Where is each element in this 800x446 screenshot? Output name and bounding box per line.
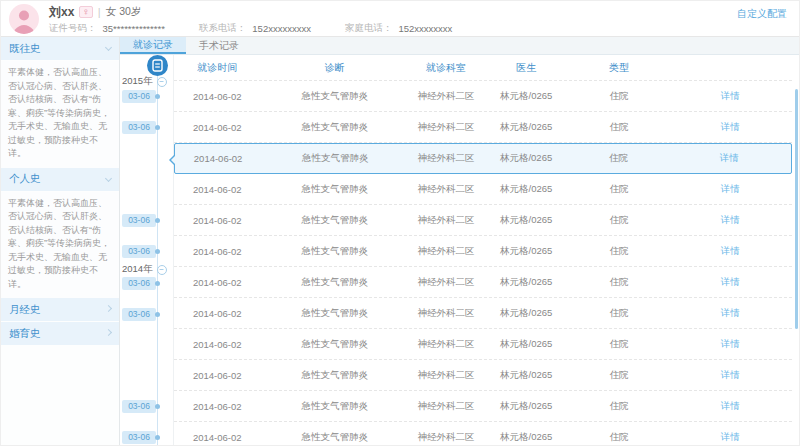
sidebar-section: 婚育史 xyxy=(1,322,119,345)
cell-department: 神经外科二区 xyxy=(409,152,483,165)
timeline-dot-icon xyxy=(155,435,160,440)
phone-value: 152xxxxxxxxx xyxy=(252,23,311,34)
table-row[interactable]: 2014-06-02 急性支气管肺炎 神经外科二区 林元格/0265 住院 详情 xyxy=(174,112,792,143)
timeline-date-badge[interactable]: 03-06 xyxy=(122,277,156,290)
patient-record-page: 刘xx ♀ | 女 30岁 证件号码： 35************** 联系电… xyxy=(0,0,800,446)
timeline-dot-icon xyxy=(155,94,160,99)
cell-visit-time: 2014-06-02 xyxy=(175,153,261,164)
table-header: 就诊时间 诊断 就诊科室 医生 类型 xyxy=(174,55,792,81)
cell-diagnosis: 急性支气管肺炎 xyxy=(261,121,409,134)
table-row[interactable]: 2014-06-02 急性支气管肺炎 神经外科二区 林元格/0265 住院 详情 xyxy=(174,267,792,298)
cell-doctor: 林元格/0265 xyxy=(483,338,570,351)
sidebar-section-header[interactable]: 月经史 xyxy=(1,298,119,321)
table-row[interactable]: 2014-06-02 急性支气管肺炎 神经外科二区 林元格/0265 住院 详情 xyxy=(174,205,792,236)
chevron-down-icon xyxy=(105,44,112,51)
id-label: 证件号码： xyxy=(49,22,97,35)
detail-link[interactable]: 详情 xyxy=(668,121,792,134)
cell-diagnosis: 急性支气管肺炎 xyxy=(261,214,409,227)
cell-type: 住院 xyxy=(570,276,669,289)
tab-label: 就诊记录 xyxy=(133,38,173,52)
cell-diagnosis: 急性支气管肺炎 xyxy=(261,90,409,103)
detail-link[interactable]: 详情 xyxy=(668,214,792,227)
detail-link[interactable]: 详情 xyxy=(668,400,792,413)
patient-info-row: 证件号码： 35************** 联系电话： 152xxxxxxxx… xyxy=(49,20,789,36)
cell-department: 神经外科二区 xyxy=(409,276,483,289)
table-row[interactable]: 2014-06-02 急性支气管肺炎 神经外科二区 林元格/0265 住院 详情 xyxy=(174,391,792,422)
cell-diagnosis: 急性支气管肺炎 xyxy=(261,276,409,289)
sidebar-section-header[interactable]: 既往史 xyxy=(1,37,119,60)
cell-doctor: 林元格/0265 xyxy=(483,90,570,103)
tab[interactable]: 手术记录 xyxy=(186,37,252,54)
sidebar-section-title: 个人史 xyxy=(9,172,41,186)
detail-link[interactable]: 详情 xyxy=(668,245,792,258)
sidebar-section: 月经史 xyxy=(1,298,119,321)
timeline-date-label: 03-06 xyxy=(128,278,150,288)
timeline-date-label: 03-06 xyxy=(128,432,150,442)
cell-department: 神经外科二区 xyxy=(409,183,483,196)
timeline-date-badge[interactable]: 03-06 xyxy=(122,245,156,258)
tab-bar: 就诊记录 手术记录 xyxy=(120,37,799,55)
collapse-minus-icon[interactable]: − xyxy=(157,265,167,275)
timeline-date-badge[interactable]: 03-06 xyxy=(122,400,156,413)
vertical-scrollbar[interactable] xyxy=(795,89,798,329)
custom-config-link[interactable]: 自定义配置 xyxy=(737,7,787,21)
sidebar-section-header[interactable]: 个人史 xyxy=(1,168,119,191)
col-diagnosis: 诊断 xyxy=(261,61,409,75)
sidebar-section-title: 月经史 xyxy=(9,303,41,317)
table-body: 2014-06-02 急性支气管肺炎 神经外科二区 林元格/0265 住院 详情… xyxy=(174,81,792,446)
cell-doctor: 林元格/0265 xyxy=(483,276,570,289)
collapse-minus-icon[interactable]: − xyxy=(157,77,167,87)
cell-doctor: 林元格/0265 xyxy=(483,400,570,413)
table-row[interactable]: 2014-06-02 急性支气管肺炎 神经外科二区 林元格/0265 住院 详情 xyxy=(174,360,792,391)
cell-department: 神经外科二区 xyxy=(409,245,483,258)
table-row[interactable]: 2014-06-02 急性支气管肺炎 神经外科二区 林元格/0265 住院 详情 xyxy=(174,174,792,205)
table-row[interactable]: 2014-06-02 急性支气管肺炎 神经外科二区 林元格/0265 住院 详情 xyxy=(174,422,792,446)
table-row[interactable]: 2014-06-02 急性支气管肺炎 神经外科二区 林元格/0265 住院 详情 xyxy=(174,81,792,112)
detail-link[interactable]: 详情 xyxy=(668,183,792,196)
gender-icon: ♀ xyxy=(79,6,93,18)
cell-diagnosis: 急性支气管肺炎 xyxy=(261,152,409,165)
detail-link[interactable]: 详情 xyxy=(668,276,792,289)
timeline-year[interactable]: 2014年 − xyxy=(122,263,172,276)
timeline-year-label: 2014年 xyxy=(122,263,153,276)
cell-type: 住院 xyxy=(570,183,669,196)
detail-link[interactable]: 详情 xyxy=(668,431,792,444)
cell-department: 神经外科二区 xyxy=(409,214,483,227)
cell-visit-time: 2014-06-02 xyxy=(174,432,261,443)
timeline-dot-icon xyxy=(155,125,160,130)
chevron-down-icon xyxy=(105,305,112,312)
sidebar-section-header[interactable]: 婚育史 xyxy=(1,322,119,345)
cell-type: 住院 xyxy=(570,214,669,227)
table-row[interactable]: 2014-06-02 急性支气管肺炎 神经外科二区 林元格/0265 住院 详情 xyxy=(174,298,792,329)
avatar-person-icon xyxy=(9,4,39,34)
timeline-date-badge[interactable]: 03-06 xyxy=(122,431,156,444)
cell-visit-time: 2014-06-02 xyxy=(174,277,261,288)
timeline-date-badge[interactable]: 03-06 xyxy=(122,90,156,103)
cell-doctor: 林元格/0265 xyxy=(483,245,570,258)
table-row[interactable]: 2014-06-02 急性支气管肺炎 神经外科二区 林元格/0265 住院 详情 xyxy=(174,236,792,267)
timeline-date-badge[interactable]: 03-06 xyxy=(122,214,156,227)
detail-link[interactable]: 详情 xyxy=(668,90,792,103)
cell-department: 神经外科二区 xyxy=(409,400,483,413)
timeline-dot-icon xyxy=(155,281,160,286)
detail-link[interactable]: 详情 xyxy=(668,307,792,320)
table-row[interactable]: 2014-06-02 急性支气管肺炎 神经外科二区 林元格/0265 住院 详情 xyxy=(174,143,792,174)
sidebar-section: 既往史 平素体健，否认高血压、否认冠心病、否认肝炎、否认结核病、否认有“伤寒、痢… xyxy=(1,37,119,168)
divider: | xyxy=(98,6,101,18)
sidebar-section-content: 平素体健，否认高血压、否认冠心病、否认肝炎、否认结核病、否认有“伤寒、痢疾”等传… xyxy=(1,61,119,168)
cell-visit-time: 2014-06-02 xyxy=(174,370,261,381)
main-area: 就诊记录 手术记录 2015年 − 03-06 03-06 03 xyxy=(120,37,799,446)
cell-type: 住院 xyxy=(570,400,669,413)
detail-link[interactable]: 详情 xyxy=(668,152,791,165)
timeline-date-badge[interactable]: 03-06 xyxy=(122,121,156,134)
cell-doctor: 林元格/0265 xyxy=(483,307,570,320)
table-row[interactable]: 2014-06-02 急性支气管肺炎 神经外科二区 林元格/0265 住院 详情 xyxy=(174,329,792,360)
cell-doctor: 林元格/0265 xyxy=(483,121,570,134)
timeline-date-label: 03-06 xyxy=(128,91,150,101)
timeline-date-badge[interactable]: 03-06 xyxy=(122,308,156,321)
timeline-date-label: 03-06 xyxy=(128,401,150,411)
detail-link[interactable]: 详情 xyxy=(668,369,792,382)
tab[interactable]: 就诊记录 xyxy=(120,37,186,54)
timeline-year[interactable]: 2015年 − xyxy=(122,75,172,88)
detail-link[interactable]: 详情 xyxy=(668,338,792,351)
